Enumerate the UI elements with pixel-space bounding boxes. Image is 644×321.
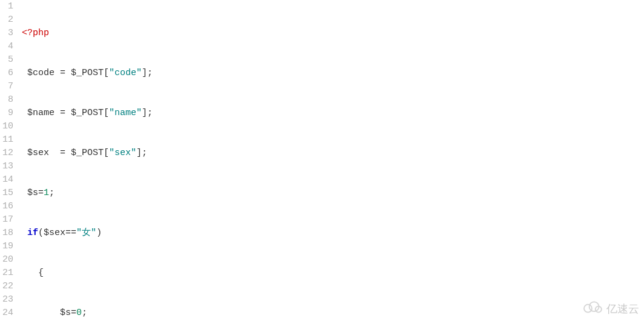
code-line: $s=0; [18,306,644,320]
line-number: 2 [0,13,13,27]
line-number: 16 [0,200,13,213]
line-number: 21 [0,266,13,280]
line-number: 19 [0,240,13,253]
line-number: 5 [0,53,13,67]
line-number: 14 [0,173,13,187]
line-number: 24 [0,306,13,320]
line-number: 3 [0,27,13,40]
line-number: 13 [0,160,13,173]
svg-point-0 [584,305,592,313]
line-number: 6 [0,67,13,80]
code-line: <?php [18,27,644,40]
code-line: $sex = $_POST["sex"]; [18,147,644,160]
line-number: 1 [0,0,13,13]
line-number: 4 [0,40,13,53]
line-number: 18 [0,227,13,240]
line-number: 20 [0,253,13,266]
line-number-gutter: 1 2 3 4 5 6 7 8 9 10 11 12 13 14 15 16 1… [0,0,18,321]
cloud-icon [581,300,603,317]
code-line: $name = $_POST["name"]; [18,107,644,120]
line-number: 15 [0,187,13,200]
code-line: { [18,266,644,280]
code-area[interactable]: <?php $code = $_POST["code"]; $name = $_… [18,0,644,321]
line-number: 17 [0,213,13,227]
watermark: 亿速云 [581,300,639,317]
line-number: 9 [0,107,13,120]
line-number: 11 [0,133,13,147]
line-number: 7 [0,80,13,93]
line-number: 10 [0,120,13,133]
code-line: $code = $_POST["code"]; [18,67,644,80]
line-number: 8 [0,93,13,107]
line-number: 12 [0,147,13,160]
code-editor[interactable]: 1 2 3 4 5 6 7 8 9 10 11 12 13 14 15 16 1… [0,0,644,321]
code-line: if($sex=="女") [18,227,644,240]
line-number: 23 [0,293,13,306]
line-number: 22 [0,280,13,293]
watermark-text: 亿速云 [606,302,639,316]
code-line: $s=1; [18,187,644,200]
